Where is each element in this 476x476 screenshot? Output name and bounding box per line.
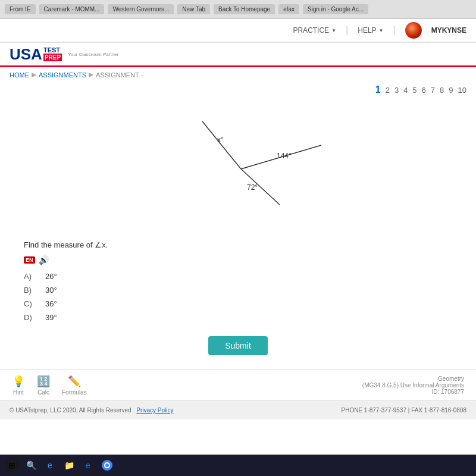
calc-icon: 🔢 bbox=[37, 375, 50, 388]
logo-test: TEST bbox=[43, 47, 62, 54]
breadcrumb-current: ASSIGNMENT - bbox=[96, 71, 143, 79]
practice-nav[interactable]: PRACTICE ▼ bbox=[293, 26, 336, 35]
page-container: PRACTICE ▼ | HELP ▼ | MYKYNSE USA TEST P… bbox=[0, 19, 476, 476]
tab-newtab[interactable]: New Tab bbox=[177, 4, 210, 14]
help-arrow-icon: ▼ bbox=[379, 28, 384, 33]
page-1[interactable]: 1 bbox=[375, 84, 381, 95]
hint-tool[interactable]: 💡 Hint bbox=[12, 375, 25, 396]
choice-d-value: 39° bbox=[45, 313, 57, 322]
en-icon: EN bbox=[24, 256, 35, 264]
question-pagination: 1 2 3 4 5 6 7 8 9 10 bbox=[0, 82, 476, 98]
calc-label: Calc bbox=[37, 389, 49, 396]
choice-b[interactable]: B) 30° bbox=[24, 286, 452, 295]
taskbar-chrome[interactable] bbox=[100, 458, 114, 472]
breadcrumb-assignments[interactable]: ASSIGNMENTS bbox=[39, 71, 86, 79]
svg-text:x°: x° bbox=[217, 136, 224, 144]
help-nav[interactable]: HELP ▼ bbox=[358, 26, 383, 35]
site-logo[interactable]: USA TEST PREP Your Classroom Partner bbox=[10, 46, 118, 62]
page-5[interactable]: 5 bbox=[412, 86, 416, 95]
footer-right: PHONE 1-877-377-9537 | FAX 1-877-816-080… bbox=[341, 407, 466, 414]
formulas-icon: ✏️ bbox=[68, 375, 81, 388]
taskbar: ⊞ 🔍 e 📁 e bbox=[0, 455, 476, 476]
footer-copyright: © USATstprep, LLC 2020, All Rights Reser… bbox=[10, 407, 174, 414]
geometry-figure: x° 144° 72° bbox=[0, 104, 476, 228]
tab-wgu[interactable]: Western Governors... bbox=[108, 4, 174, 14]
bottom-tools-bar: 💡 Hint 🔢 Calc ✏️ Formulas Geometry (MG34… bbox=[0, 369, 476, 400]
subject-id: ID: 1706877 bbox=[362, 389, 464, 395]
svg-text:72°: 72° bbox=[247, 183, 258, 192]
svg-text:144°: 144° bbox=[277, 152, 292, 160]
taskbar-ie[interactable]: e bbox=[43, 458, 57, 472]
choice-a-letter: A) bbox=[24, 272, 36, 281]
hint-label: Hint bbox=[13, 389, 24, 396]
tools-left: 💡 Hint 🔢 Calc ✏️ Formulas bbox=[12, 375, 87, 396]
page-7[interactable]: 7 bbox=[431, 86, 435, 95]
breadcrumb: HOME ▶ ASSIGNMENTS ▶ ASSIGNMENT - bbox=[0, 67, 476, 82]
taskbar-start[interactable]: ⊞ bbox=[5, 458, 19, 472]
calc-tool[interactable]: 🔢 Calc bbox=[37, 375, 50, 396]
tab-homepage[interactable]: Back To Homepage bbox=[214, 4, 275, 14]
submit-button[interactable]: Submit bbox=[208, 336, 268, 355]
username-label: MYKYNSE bbox=[431, 26, 466, 35]
breadcrumb-home[interactable]: HOME bbox=[10, 71, 29, 79]
sound-icon[interactable]: 🔊 bbox=[39, 255, 49, 265]
choice-b-value: 30° bbox=[45, 286, 57, 295]
svg-point-8 bbox=[105, 464, 109, 467]
choice-b-letter: B) bbox=[24, 286, 36, 295]
footer-phone: PHONE 1-877-377-9537 | FAX 1-877-816-080… bbox=[341, 407, 466, 414]
privacy-link[interactable]: Privacy Policy bbox=[136, 407, 173, 414]
logo-bar: USA TEST PREP Your Classroom Partner bbox=[0, 43, 476, 67]
tab-efax[interactable]: efax bbox=[278, 4, 299, 14]
user-avatar bbox=[405, 22, 422, 39]
hint-icon: 💡 bbox=[12, 375, 25, 388]
tab-from-ie[interactable]: From IE bbox=[5, 4, 36, 14]
tab-caremark[interactable]: Caremark - MOMM... bbox=[39, 4, 105, 14]
page-3[interactable]: 3 bbox=[394, 86, 399, 95]
choice-c[interactable]: C) 36° bbox=[24, 299, 452, 308]
choice-c-letter: C) bbox=[24, 299, 36, 308]
subject-info: Geometry (MG34.8.G.5) Use Informal Argum… bbox=[362, 375, 464, 395]
taskbar-edge[interactable]: e bbox=[81, 458, 95, 472]
taskbar-cortana[interactable]: 🔍 bbox=[24, 458, 38, 472]
logo-tagline: Your Classroom Partner bbox=[68, 52, 118, 57]
page-footer: © USATstprep, LLC 2020, All Rights Reser… bbox=[0, 400, 476, 419]
logo-usa: USA bbox=[10, 46, 42, 62]
page-10[interactable]: 10 bbox=[458, 86, 466, 95]
subject-standard: (MG34.8.G.5) Use Informal Arguments bbox=[362, 382, 464, 389]
tab-google[interactable]: Sign in - Google Ac... bbox=[303, 4, 368, 14]
submit-area: Submit bbox=[0, 336, 476, 355]
top-navigation: PRACTICE ▼ | HELP ▼ | MYKYNSE bbox=[0, 19, 476, 43]
page-6[interactable]: 6 bbox=[422, 86, 426, 95]
formulas-tool[interactable]: ✏️ Formulas bbox=[62, 375, 87, 396]
svg-line-0 bbox=[202, 121, 241, 169]
choice-a-value: 26° bbox=[45, 272, 57, 281]
formulas-label: Formulas bbox=[62, 389, 87, 396]
subject-name: Geometry bbox=[362, 375, 464, 382]
practice-arrow-icon: ▼ bbox=[331, 28, 336, 33]
page-4[interactable]: 4 bbox=[403, 86, 408, 95]
question-area: Find the measure of ∠x. EN 🔊 A) 26° B) 3… bbox=[0, 240, 476, 322]
page-8[interactable]: 8 bbox=[440, 86, 444, 95]
choice-a[interactable]: A) 26° bbox=[24, 272, 452, 281]
question-icons: EN 🔊 bbox=[24, 255, 452, 265]
page-2[interactable]: 2 bbox=[386, 86, 390, 95]
taskbar-explorer[interactable]: 📁 bbox=[62, 458, 76, 472]
question-text: Find the measure of ∠x. bbox=[24, 240, 452, 249]
choice-c-value: 36° bbox=[45, 299, 57, 308]
logo-prep: PREP bbox=[43, 54, 62, 61]
choice-d-letter: D) bbox=[24, 313, 36, 322]
choice-d[interactable]: D) 39° bbox=[24, 313, 452, 322]
angle-diagram: x° 144° 72° bbox=[125, 104, 351, 228]
page-9[interactable]: 9 bbox=[449, 86, 453, 95]
browser-tabs: From IE Caremark - MOMM... Western Gover… bbox=[0, 0, 476, 19]
answer-choices: A) 26° B) 30° C) 36° D) 39° bbox=[24, 272, 452, 322]
